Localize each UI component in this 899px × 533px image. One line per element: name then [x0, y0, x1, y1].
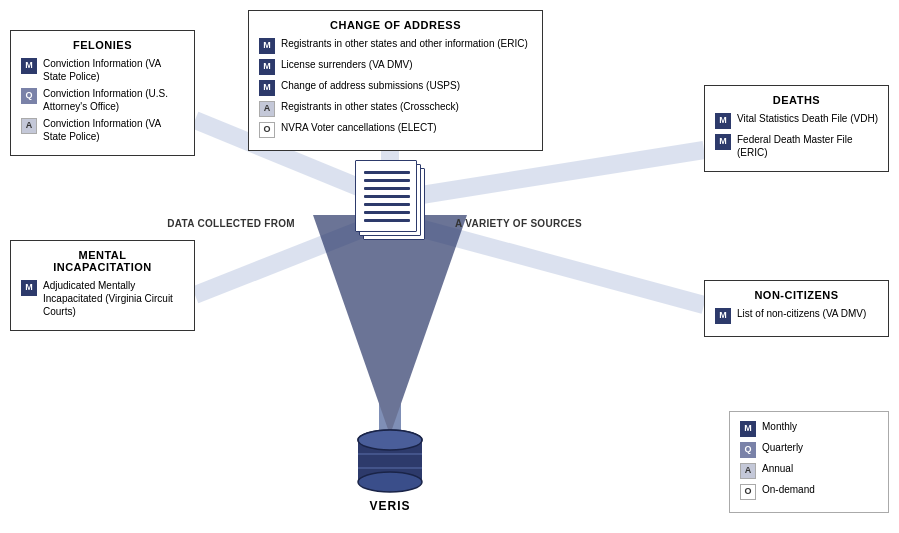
legend-annual: A Annual	[740, 462, 878, 479]
fel-item-3-text: Conviction Information (VA State Police)	[43, 117, 184, 143]
doc-line	[364, 203, 410, 206]
svg-point-9	[358, 472, 422, 492]
legend-quarterly-label: Quarterly	[762, 441, 803, 454]
veris-label: VERIS	[369, 499, 410, 513]
doc-lines	[356, 161, 418, 233]
data-collected-from-label: DATA COLLECTED FROM	[150, 218, 295, 229]
nc-item-1-text: List of non-citizens (VA DMV)	[737, 307, 866, 320]
badge-m: M	[715, 308, 731, 324]
death-item-1-text: Vital Statistics Death File (VDH)	[737, 112, 878, 125]
felonies-title: FELONIES	[21, 39, 184, 51]
coa-item-5: O NVRA Voter cancellations (ELECT)	[259, 121, 532, 138]
death-item-1: M Vital Statistics Death File (VDH)	[715, 112, 878, 129]
mental-item-1-text: Adjudicated Mentally Incapacitated (Virg…	[43, 279, 184, 318]
badge-annual: A	[740, 463, 756, 479]
doc-stack	[355, 160, 425, 240]
badge-a: A	[21, 118, 37, 134]
badge-m: M	[21, 280, 37, 296]
badge-m: M	[21, 58, 37, 74]
legend-monthly-label: Monthly	[762, 420, 797, 433]
doc-line	[364, 179, 410, 182]
coa-item-1-text: Registrants in other states and other in…	[281, 37, 528, 50]
badge-m: M	[715, 134, 731, 150]
doc-line	[364, 219, 410, 222]
nc-item-1: M List of non-citizens (VA DMV)	[715, 307, 878, 324]
badge-monthly: M	[740, 421, 756, 437]
mental-incapacitation-box: MENTALINCAPACITATION M Adjudicated Menta…	[10, 240, 195, 331]
mental-title: MENTALINCAPACITATION	[21, 249, 184, 273]
legend-quarterly: Q Quarterly	[740, 441, 878, 458]
felonies-box: FELONIES M Conviction Information (VA St…	[10, 30, 195, 156]
coa-item-3: M Change of address submissions (USPS)	[259, 79, 532, 96]
change-of-address-title: CHANGE OF ADDRESS	[259, 19, 532, 31]
coa-item-5-text: NVRA Voter cancellations (ELECT)	[281, 121, 437, 134]
coa-item-2-text: License surrenders (VA DMV)	[281, 58, 413, 71]
death-item-2-text: Federal Death Master File (ERIC)	[737, 133, 878, 159]
doc-page-front	[355, 160, 417, 232]
noncitizens-box: NON-CITIZENS M List of non-citizens (VA …	[704, 280, 889, 337]
fel-item-3: A Conviction Information (VA State Polic…	[21, 117, 184, 143]
doc-line	[364, 211, 410, 214]
coa-item-2: M License surrenders (VA DMV)	[259, 58, 532, 75]
badge-quarterly: Q	[740, 442, 756, 458]
doc-line	[364, 187, 410, 190]
badge-a: A	[259, 101, 275, 117]
veris-section: VERIS	[350, 425, 430, 513]
badge-ondemand: O	[740, 484, 756, 500]
diagram-container: CHANGE OF ADDRESS M Registrants in other…	[0, 0, 899, 533]
coa-item-3-text: Change of address submissions (USPS)	[281, 79, 460, 92]
doc-line	[364, 195, 410, 198]
badge-m: M	[715, 113, 731, 129]
variety-of-sources-label: A VARIETY OF SOURCES	[455, 218, 610, 229]
death-item-2: M Federal Death Master File (ERIC)	[715, 133, 878, 159]
mental-item-1: M Adjudicated Mentally Incapacitated (Vi…	[21, 279, 184, 318]
fel-item-1-text: Conviction Information (VA State Police)	[43, 57, 184, 83]
deaths-title: DEATHS	[715, 94, 878, 106]
badge-m: M	[259, 59, 275, 75]
legend-ondemand-label: On-demand	[762, 483, 815, 496]
noncitizens-title: NON-CITIZENS	[715, 289, 878, 301]
legend-box: M Monthly Q Quarterly A Annual O On-dema…	[729, 411, 889, 513]
badge-q: Q	[21, 88, 37, 104]
svg-point-10	[358, 430, 422, 450]
badge-o: O	[259, 122, 275, 138]
badge-m: M	[259, 38, 275, 54]
fel-item-2-text: Conviction Information (U.S. Attorney's …	[43, 87, 184, 113]
database-icon	[350, 425, 430, 495]
center-document	[340, 160, 440, 240]
legend-annual-label: Annual	[762, 462, 793, 475]
fel-item-2: Q Conviction Information (U.S. Attorney'…	[21, 87, 184, 113]
coa-item-4: A Registrants in other states (Crosschec…	[259, 100, 532, 117]
coa-item-4-text: Registrants in other states (Crosscheck)	[281, 100, 459, 113]
fel-item-1: M Conviction Information (VA State Polic…	[21, 57, 184, 83]
legend-monthly: M Monthly	[740, 420, 878, 437]
legend-ondemand: O On-demand	[740, 483, 878, 500]
change-of-address-box: CHANGE OF ADDRESS M Registrants in other…	[248, 10, 543, 151]
coa-item-1: M Registrants in other states and other …	[259, 37, 532, 54]
badge-m: M	[259, 80, 275, 96]
deaths-box: DEATHS M Vital Statistics Death File (VD…	[704, 85, 889, 172]
doc-line	[364, 171, 410, 174]
